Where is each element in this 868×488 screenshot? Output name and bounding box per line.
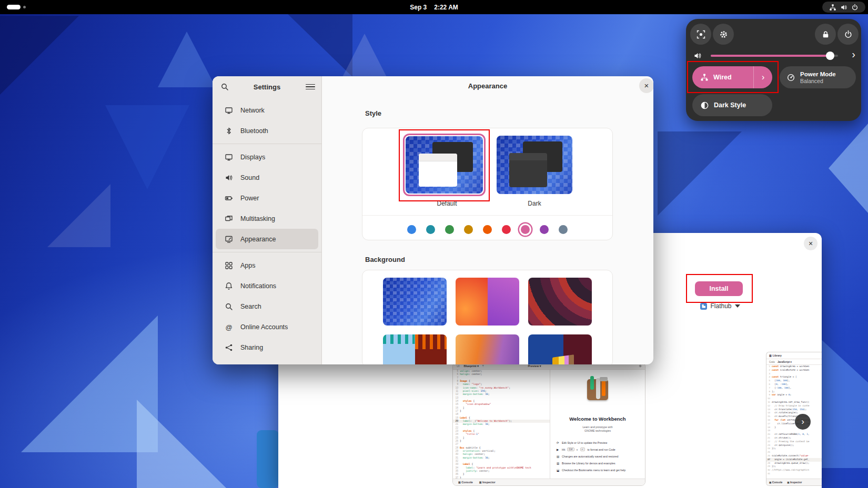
clock-date: Sep 3 xyxy=(410,4,427,11)
caret-down-icon xyxy=(735,304,740,308)
close-icon[interactable]: × xyxy=(804,237,817,250)
clock-button[interactable]: Sep 3 2:22 AM xyxy=(0,0,868,14)
sidebar-item-appearance[interactable]: Appearance xyxy=(216,229,318,249)
speaker-icon xyxy=(693,52,702,60)
share-icon: ⤒ xyxy=(482,364,483,368)
app-screenshot-main[interactable]: UI Blueprint ▾ ⤒ Preview ▾ 5valign: cent… xyxy=(452,362,645,486)
add-picture-button[interactable]: +Add Picture… xyxy=(322,253,653,262)
online-accounts-icon: @ xyxy=(225,323,233,331)
window-title: Settings xyxy=(213,83,321,91)
code-line: 5 [100, 100], xyxy=(766,379,822,383)
preview-bullet: ▥Browse the Library for demos and exampl… xyxy=(557,460,642,466)
sidebar-item-label: Bluetooth xyxy=(240,127,268,135)
system-status-area[interactable] xyxy=(822,2,865,13)
code-line: 12 // Draw triangle in conte xyxy=(766,404,822,408)
code-line: 28 drawingArea.queue_draw(); xyxy=(766,462,822,465)
sidebar-item-displays[interactable]: Displays xyxy=(216,147,318,167)
preview-bullet: ▶HitCtrl+↵to format and run Code xyxy=(557,446,642,453)
close-icon[interactable]: × xyxy=(639,78,653,93)
clock-time: 2:22 AM xyxy=(434,4,458,11)
sidebar-item-power[interactable]: Power xyxy=(216,188,318,208)
code-line: 20 cr.setSourceRGBA(1, 0, 1, xyxy=(766,433,822,436)
settings-main-panel: Appearance × Style Default Dark Backgrou… xyxy=(322,76,653,364)
accent-color-blue[interactable] xyxy=(407,225,416,234)
dark-style-toggle[interactable]: Dark Style xyxy=(692,94,772,116)
volume-icon xyxy=(840,4,847,11)
inspector-button: Inspector xyxy=(787,481,802,484)
install-button[interactable]: Install xyxy=(695,281,743,296)
console-button: Console xyxy=(769,481,782,484)
tab-code: Code xyxy=(769,361,775,363)
style-label-default: Default xyxy=(406,200,488,207)
appearance-icon xyxy=(225,235,233,243)
wallpaper-thumbnail-dark-waves[interactable] xyxy=(528,278,592,326)
lock-button[interactable] xyxy=(815,24,836,45)
sidebar-item-sound[interactable]: Sound xyxy=(216,167,318,188)
sidebar-item-search[interactable]: Search xyxy=(216,296,318,317)
screenshot-button[interactable] xyxy=(690,24,711,45)
sidebar-item-network[interactable]: Network xyxy=(216,100,318,120)
code-line: 24}); xyxy=(766,447,822,451)
wallpaper-thumbnail-paint-drips[interactable] xyxy=(383,334,447,364)
sidebar-list: Network Bluetooth Displays Sound Power xyxy=(213,100,321,358)
code-line: 31 xyxy=(766,472,822,476)
code-line: 27 angle = (scaleRotate.get_ xyxy=(766,458,822,462)
accent-color-orange[interactable] xyxy=(483,225,492,234)
play-icon: ▶ xyxy=(557,448,560,451)
wired-toggle[interactable]: Wired › xyxy=(692,66,772,88)
flathub-icon xyxy=(700,303,707,310)
network-icon xyxy=(829,4,836,11)
notifications-icon xyxy=(225,282,233,290)
power-mode-tile[interactable]: Power Mode Balanced xyxy=(780,66,856,88)
wallpaper-thumbnail-gnome-triangles[interactable] xyxy=(383,278,447,326)
accent-color-slate[interactable] xyxy=(559,225,568,234)
code-line: 8]; xyxy=(766,390,822,394)
sidebar-item-label: Apps xyxy=(240,262,256,269)
accent-color-purple[interactable] xyxy=(540,225,549,234)
code-line: 22 // Freeing the context be xyxy=(766,440,822,444)
code-line: 29}); xyxy=(766,465,822,469)
accent-color-red[interactable] xyxy=(502,225,511,234)
accent-color-teal[interactable] xyxy=(426,225,435,234)
ui-tab: UI xyxy=(457,364,460,368)
preview-selector: Preview ▾ xyxy=(528,364,541,368)
power-icon xyxy=(225,194,233,202)
sidebar-item-sharing[interactable]: Sharing xyxy=(216,337,318,358)
top-bar: Sep 3 2:22 AM xyxy=(0,0,868,14)
sidebar-item-apps[interactable]: Apps xyxy=(216,255,318,276)
quick-settings-panel: › Wired › Power Mode Balanced Dark Style xyxy=(686,19,861,121)
power-mode-title: Power Mode xyxy=(800,71,836,78)
wired-expand-arrow[interactable]: › xyxy=(753,66,772,88)
preview-bullet: ⬓Checkout the Bookmarks menu to learn an… xyxy=(557,466,642,473)
chevron-right-icon[interactable]: › xyxy=(852,48,855,60)
sound-icon xyxy=(225,174,233,182)
carousel-next-button[interactable]: › xyxy=(795,414,811,430)
style-option-dark[interactable] xyxy=(497,136,572,194)
wallpaper-thumbnail-orange-purple-split[interactable] xyxy=(456,278,519,326)
power-button[interactable] xyxy=(837,24,859,45)
search-icon xyxy=(225,302,233,311)
source-selector[interactable]: Flathub xyxy=(678,301,762,311)
hamburger-menu-icon[interactable] xyxy=(306,82,315,92)
accent-color-pink[interactable] xyxy=(521,225,530,234)
wallpaper-thumbnail-amber-violet[interactable] xyxy=(456,334,519,364)
desktop: × Install Flathub UI Blueprint ▾ ⤒ Previ… xyxy=(0,0,868,488)
sidebar-item-bluetooth[interactable]: Bluetooth xyxy=(216,120,318,141)
volume-slider[interactable] xyxy=(711,55,838,57)
accent-color-yellow[interactable] xyxy=(464,225,473,234)
app-screenshot-library[interactable]: ▥ Library Code JavaScript ▾ 1const drawi… xyxy=(766,352,822,486)
screenshot-footer: Console Inspector xyxy=(453,479,645,485)
sidebar-item-multitasking[interactable]: Multitasking xyxy=(216,208,318,229)
console-button: Console xyxy=(458,481,473,484)
sidebar-item-online-accounts[interactable]: @ Online Accounts xyxy=(216,317,318,337)
gear-icon xyxy=(719,30,728,39)
settings-button[interactable] xyxy=(713,24,734,45)
style-option-default[interactable] xyxy=(403,134,486,196)
workbench-app-icon xyxy=(583,375,612,403)
accent-color-green[interactable] xyxy=(445,225,454,234)
preview-pane: Welcome to Workbench Learn and prototype… xyxy=(550,370,645,479)
wallpaper-thumbnail-books-split[interactable] xyxy=(528,334,592,364)
refresh-icon: ⟳ xyxy=(557,441,560,444)
sidebar-item-notifications[interactable]: Notifications xyxy=(216,276,318,296)
sidebar-item-label: Notifications xyxy=(240,282,276,290)
